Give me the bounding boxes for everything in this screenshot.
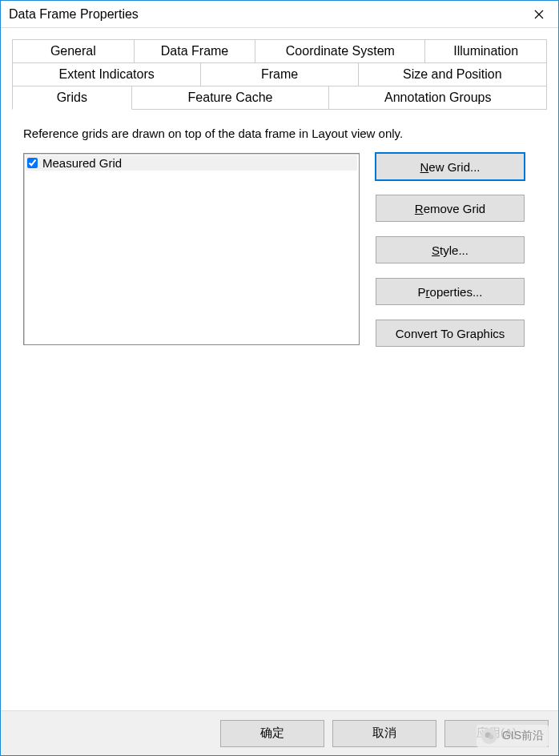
dialog-window: Data Frame Properties General Data Frame… <box>0 0 559 756</box>
tab-data-frame[interactable]: Data Frame <box>135 39 256 63</box>
grid-list[interactable]: Measured Grid <box>23 153 360 345</box>
grid-item-label: Measured Grid <box>42 156 122 170</box>
content-area: General Data Frame Coordinate System Ill… <box>1 28 558 710</box>
ok-button[interactable]: 确定 <box>220 720 324 747</box>
grid-item-checkbox[interactable] <box>27 158 38 168</box>
tab-annotation-groups[interactable]: Annotation Groups <box>329 86 547 110</box>
cancel-button[interactable]: 取消 <box>332 720 436 747</box>
tab-row-2: Extent Indicators Frame Size and Positio… <box>12 63 547 86</box>
tab-extent-indicators[interactable]: Extent Indicators <box>12 63 201 86</box>
grids-panel: Reference grids are drawn on top of the … <box>12 109 547 694</box>
tab-grids[interactable]: Grids <box>12 86 132 110</box>
grids-area: Measured Grid New Grid... Remove Grid St… <box>23 153 536 347</box>
tab-illumination[interactable]: Illumination <box>425 39 547 63</box>
dialog-footer: 确定 取消 应用(A) <box>1 710 558 755</box>
tab-row-3: Grids Feature Cache Annotation Groups <box>12 86 547 110</box>
convert-to-graphics-button[interactable]: Convert To Graphics <box>376 320 525 347</box>
tab-coordinate-system[interactable]: Coordinate System <box>255 39 425 63</box>
properties-button[interactable]: Properties... <box>376 278 525 305</box>
tab-feature-cache[interactable]: Feature Cache <box>132 86 330 110</box>
buttons-column: New Grid... Remove Grid Style... Propert… <box>376 153 525 347</box>
tab-row-1: General Data Frame Coordinate System Ill… <box>12 39 547 63</box>
window-title: Data Frame Properties <box>9 7 139 22</box>
tab-size-position[interactable]: Size and Position <box>359 63 547 86</box>
style-button[interactable]: Style... <box>376 236 525 263</box>
titlebar: Data Frame Properties <box>1 1 558 28</box>
close-icon <box>534 10 544 19</box>
list-item[interactable]: Measured Grid <box>26 155 357 171</box>
close-button[interactable] <box>520 1 558 28</box>
new-grid-button[interactable]: New Grid... <box>376 153 525 180</box>
panel-description: Reference grids are drawn on top of the … <box>23 127 536 140</box>
apply-button[interactable]: 应用(A) <box>444 720 549 747</box>
tab-general[interactable]: General <box>12 39 135 63</box>
tabs-container: General Data Frame Coordinate System Ill… <box>12 39 547 110</box>
remove-grid-button[interactable]: Remove Grid <box>376 195 525 222</box>
tab-frame[interactable]: Frame <box>201 63 358 86</box>
